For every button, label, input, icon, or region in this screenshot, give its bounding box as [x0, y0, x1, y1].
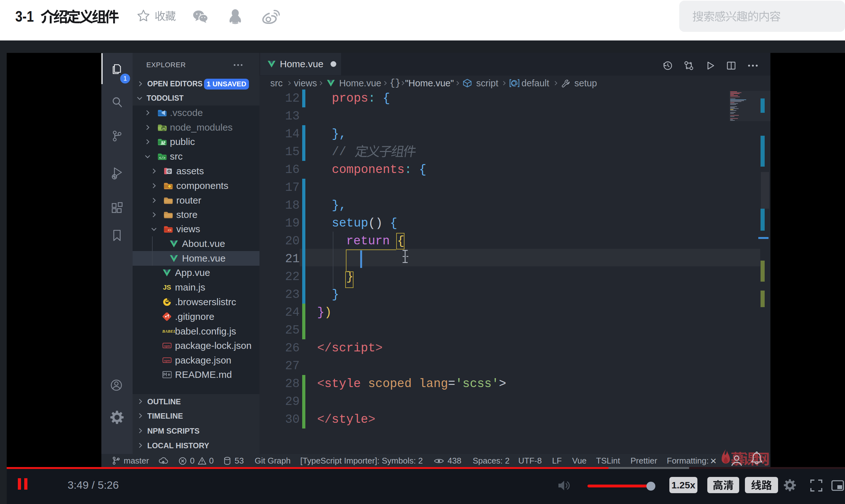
svg-text:npm: npm: [164, 344, 170, 347]
svg-text:npm: npm: [164, 359, 170, 362]
svg-text:<>: <>: [168, 229, 172, 232]
svg-text:JS: JS: [162, 127, 165, 130]
svg-text:</>: </>: [159, 156, 165, 160]
